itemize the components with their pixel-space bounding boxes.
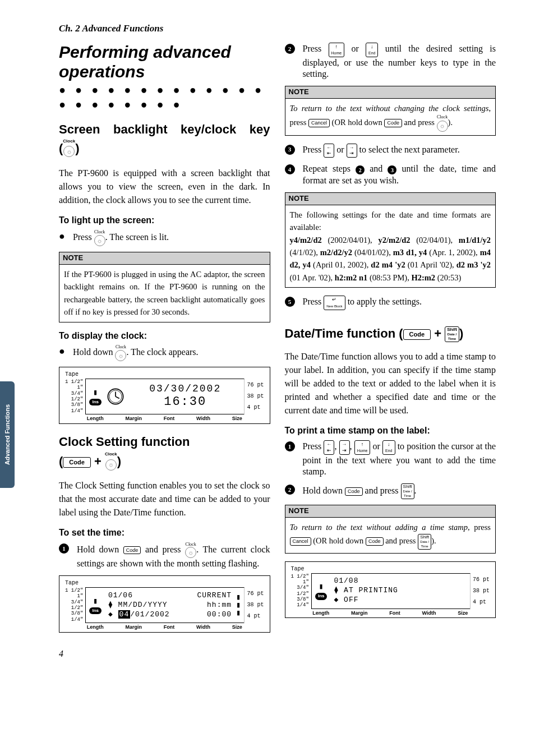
note-label: NOTE — [285, 193, 496, 205]
step-3-bullet: 3 — [285, 145, 295, 155]
cancel-key: Cancel — [308, 119, 330, 127]
tape-label: Tape — [65, 371, 264, 378]
step-2-bullet: 2 — [285, 44, 295, 54]
clock-tiny-label: Clock — [94, 230, 105, 234]
light-up-heading: To light up the screen: — [59, 215, 270, 227]
note-body: If the PT-9600 is plugged in using the A… — [59, 265, 270, 322]
right-key-icon: →⇥ — [339, 440, 350, 455]
lcd-time-stamp: Tape 1 1/2"1"3/4" 1/2"3/8"1/4" ▮ Ins 01/… — [285, 561, 496, 619]
tape-sizes: 1 1/2"1"3/4" 1/2"3/8"1/4" — [65, 379, 86, 414]
clock-setting-title: Clock Setting function — [59, 434, 270, 450]
bullet-icon: ● — [59, 230, 65, 241]
tape-label: Tape — [65, 579, 264, 587]
dt-step-1-bullet: 1 — [285, 441, 295, 451]
note-body: To return to the text without changing t… — [285, 99, 496, 135]
step-5-text: Press ↵New Block to apply the settings. — [303, 296, 422, 310]
page-number: 4 — [59, 648, 496, 660]
step-5-bullet: 5 — [285, 297, 295, 307]
code-key: Code — [366, 537, 384, 546]
light-up-step: Press Clock☼. The screen is lit. — [73, 230, 169, 246]
cancel-key: Cancel — [290, 537, 311, 546]
lcd-time: 16:30 — [130, 395, 241, 409]
side-tab: Advanced Functions — [0, 381, 15, 488]
clock-tiny-label: Clock — [115, 345, 126, 349]
shift-key: ShiftDate /Time — [418, 534, 431, 550]
note-backlight: NOTE If the PT-9600 is plugged in using … — [59, 252, 270, 322]
ins-badge: Ins — [315, 593, 328, 600]
svg-line-3 — [116, 397, 119, 398]
lcd-date: 03/30/2002 — [130, 383, 241, 395]
note-label: NOTE — [285, 86, 496, 99]
code-key: Code — [403, 329, 431, 340]
tape-label: Tape — [291, 565, 490, 573]
bullet-icon: ● — [59, 345, 65, 356]
date-time-desc: The Date/Time function allows you to add… — [285, 350, 496, 417]
set-time-heading: To set the time: — [59, 527, 270, 539]
title-text: Screen backlight key/clock key — [59, 122, 270, 136]
lcd-content: 01/06CURRENT ⧫ MM/DD/YYYYhh:mm ◆ 04/01/2… — [106, 591, 232, 620]
down-key-icon: ↓End — [382, 440, 395, 455]
note-label: NOTE — [285, 505, 496, 518]
ins-badge: Ins — [89, 607, 102, 614]
chapter-header: Ch. 2 Advanced Functions — [59, 22, 496, 35]
clock-tiny-label: Clock — [105, 452, 117, 456]
clock-setting-desc: The Clock Setting function enables you t… — [59, 479, 270, 519]
note-cancel-stamp: NOTE To return to the text without addin… — [285, 505, 496, 553]
code-key: Code — [123, 546, 141, 555]
backlight-key-icon: ☼ — [94, 235, 105, 246]
up-key-icon: ↑Home — [329, 43, 345, 57]
pt-sizes: 76 pt38 pt4 pt — [470, 573, 490, 609]
step-3-ref: 3 — [388, 165, 396, 174]
step-2-text: Press ↑Home or ↓End until the desired se… — [303, 43, 496, 80]
dot-divider: ● ● ● ● ● ● ● ● ● ● ● ● ● ● ● ● ● ● ● ● … — [59, 82, 270, 112]
left-key-icon: ←⇤ — [324, 440, 334, 455]
down-key-icon: ↓End — [366, 43, 378, 57]
enter-key-icon: ↵New Block — [324, 296, 345, 310]
right-key-icon: →⇥ — [347, 144, 357, 158]
step-3-text: Press ←⇤ or →⇥ to select the next parame… — [303, 144, 460, 158]
note-formats: NOTE The following settings for the date… — [285, 192, 496, 288]
pt-sizes: 76 pt38 pt4 pt — [244, 587, 264, 623]
code-key: Code — [63, 457, 91, 468]
dt-step-2-text: Hold down Code and press ShiftDate /Time… — [303, 483, 417, 499]
backlight-key-icon: ☼ — [105, 459, 117, 471]
backlight-key-icon: ☼ — [63, 146, 75, 157]
backlight-key-icon: ☼ — [115, 350, 126, 361]
scroll-indicator: ▮▮▮ — [236, 593, 241, 617]
note-cancel-clock: NOTE To return to the text without chang… — [285, 86, 496, 135]
lcd-content: 01/08 ⧫ AT PRINTING ◆ OFF — [331, 577, 467, 605]
backlight-key-icon: ☼ — [185, 547, 196, 558]
shift-key: ShiftDate /Time — [401, 483, 414, 499]
display-clock-step: Hold down Clock☼. The clock appears. — [73, 345, 199, 361]
up-key-icon: ↑Home — [354, 440, 371, 455]
dt-step-2-bullet: 2 — [285, 485, 295, 495]
note-label: NOTE — [59, 252, 270, 265]
clock-icon — [106, 387, 125, 406]
code-key: Code — [345, 487, 363, 496]
clock-tiny-label: Clock — [185, 542, 196, 546]
tape-sizes: 1 1/2"1"3/4" 1/2"3/8"1/4" — [65, 587, 86, 623]
step-4-text: Repeat steps 2 and 3 until the date, tim… — [303, 163, 496, 187]
section-backlight-title: Screen backlight key/clock key — [59, 122, 270, 138]
print-stamp-heading: To print a time stamp on the label: — [285, 425, 496, 437]
main-title: Performing advanced operations — [59, 43, 270, 81]
lcd-clock-set: Tape 1 1/2"1"3/4" 1/2"3/8"1/4" ▮ Ins 01/… — [59, 575, 270, 633]
left-column: Performing advanced operations ● ● ● ● ●… — [59, 43, 270, 643]
step-1-bullet: 1 — [59, 543, 69, 554]
clock-tiny-label: Clock — [437, 115, 448, 119]
backlight-key-icon: ☼ — [437, 121, 448, 132]
backlight-description: The PT-9600 is equipped with a screen ba… — [59, 167, 270, 207]
right-column: 2 Press ↑Home or ↓End until the desired … — [285, 43, 496, 643]
lcd-clock-display: Tape 1 1/2"1"3/4" 1/2"3/8"1/4" ▮ Ins 03/… — [59, 367, 270, 424]
step-4-bullet: 4 — [285, 164, 295, 174]
dt-step-1-text: Press ←⇤, →⇥, ↑Home or ↓End to position … — [303, 440, 496, 478]
tape-sizes: 1 1/2"1"3/4" 1/2"3/8"1/4" — [291, 573, 312, 609]
display-clock-heading: To display the clock: — [59, 330, 270, 342]
pt-sizes: 76 pt38 pt4 pt — [244, 379, 264, 414]
date-time-title: Date/Time function (Code + ShiftDate /Ti… — [285, 326, 496, 342]
code-key: Code — [384, 119, 402, 127]
ins-badge: Ins — [89, 399, 102, 405]
shift-key: ShiftDate /Time — [445, 326, 459, 342]
left-key-icon: ←⇤ — [324, 144, 334, 158]
note-body: The following settings for the date and … — [285, 205, 496, 288]
